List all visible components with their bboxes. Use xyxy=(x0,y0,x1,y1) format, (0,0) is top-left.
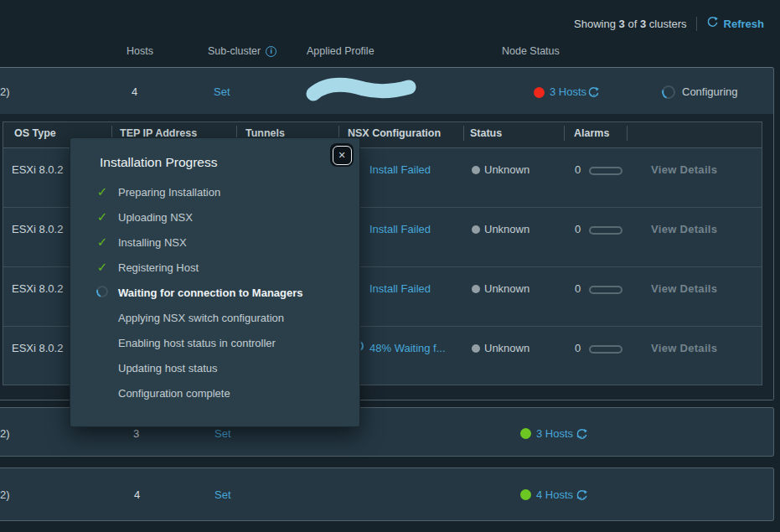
cluster-1-hosts-count: 4 xyxy=(132,85,137,98)
installation-progress-popup: ✕ Installation Progress ✓ Preparing Inst… xyxy=(70,137,360,427)
host-os-type: ESXi 8.0.2 xyxy=(12,342,63,354)
step-label: Configuration complete xyxy=(118,387,230,400)
cluster-3-name: 2) xyxy=(0,488,10,501)
step-spinner-icon xyxy=(96,286,109,300)
subcluster-label: Sub-cluster xyxy=(208,45,261,57)
node-status-red-dot xyxy=(534,87,545,98)
install-step-installing: ✓ Installing NSX xyxy=(96,232,187,252)
install-step-uploading: ✓ Uploading NSX xyxy=(96,207,193,227)
step-label: Preparing Installation xyxy=(118,186,220,199)
node-status-green-dot xyxy=(520,489,531,500)
step-label: Waiting for connection to Managers xyxy=(118,287,303,299)
popup-title: Installation Progress xyxy=(100,155,217,170)
view-details-link[interactable]: View Details xyxy=(651,163,717,176)
cluster-2-set-link[interactable]: Set xyxy=(214,427,231,440)
showing-prefix: Showing xyxy=(574,18,616,30)
install-step-preparing: ✓ Preparing Installation xyxy=(96,182,220,202)
check-icon: ✓ xyxy=(96,209,109,225)
col-separator xyxy=(627,126,628,141)
node-status-refresh-icon[interactable] xyxy=(576,489,588,504)
clusters-word: clusters xyxy=(649,18,687,30)
redacted-profile-scribble xyxy=(295,74,421,107)
th-os-type: OS Type xyxy=(14,127,56,139)
alarm-count: 0 xyxy=(575,282,581,295)
node-status-refresh-icon[interactable] xyxy=(587,86,600,101)
nsx-config-link[interactable]: Install Failed xyxy=(369,163,431,176)
view-details-link[interactable]: View Details xyxy=(651,223,717,235)
popup-close-button[interactable]: ✕ xyxy=(330,143,354,167)
view-details-link[interactable]: View Details xyxy=(651,282,717,295)
status-gray-dot xyxy=(472,344,480,353)
of-word: of xyxy=(628,18,637,30)
col-separator xyxy=(463,126,464,141)
host-os-type: ESXi 8.0.2 xyxy=(12,282,63,295)
total-count: 3 xyxy=(640,18,646,30)
cluster-row-3 xyxy=(0,467,774,521)
column-header-hosts: Hosts xyxy=(127,45,153,57)
cluster-1-set-link[interactable]: Set xyxy=(214,85,230,98)
toolbar-divider xyxy=(696,17,697,31)
alarm-trend-pill xyxy=(589,167,622,175)
check-icon: ✓ xyxy=(96,235,109,250)
host-status: Unknown xyxy=(484,223,529,235)
showing-clusters-text: Showing 3 of 3 clusters xyxy=(574,18,686,30)
status-gray-dot xyxy=(472,285,480,293)
column-header-subcluster: Sub-cluster i xyxy=(208,45,276,57)
install-step-updating-status: Updating host status xyxy=(96,358,218,378)
refresh-icon xyxy=(706,16,719,31)
cluster-2-name: 2) xyxy=(0,427,10,440)
host-os-type: ESXi 8.0.2 xyxy=(12,163,63,176)
step-label: Applying NSX switch configuration xyxy=(118,312,284,324)
cluster-3-hosts-count: 4 xyxy=(134,488,140,501)
step-label: Registering Host xyxy=(118,261,199,274)
toolbar: Showing 3 of 3 clusters Refresh xyxy=(574,16,764,31)
column-header-node-status: Node Status xyxy=(502,45,560,57)
refresh-button[interactable]: Refresh xyxy=(706,16,764,31)
host-status: Unknown xyxy=(484,342,529,354)
step-label: Updating host status xyxy=(118,362,218,374)
alarm-count: 0 xyxy=(575,223,581,235)
install-step-applying-switch: Applying NSX switch configuration xyxy=(96,307,284,328)
shown-count: 3 xyxy=(619,18,625,30)
check-icon: ✓ xyxy=(96,260,109,275)
nsx-host-preparation-screen: Showing 3 of 3 clusters Refresh Hosts Su… xyxy=(0,0,780,532)
th-nsx-configuration: NSX Configuration xyxy=(348,127,441,139)
status-gray-dot xyxy=(472,166,480,174)
install-step-waiting-managers: Waiting for connection to Managers xyxy=(96,282,303,302)
check-icon: ✓ xyxy=(96,184,109,199)
step-label: Enabling host status in controller xyxy=(118,337,276,349)
host-status: Unknown xyxy=(484,282,529,295)
th-alarms: Alarms xyxy=(574,127,609,139)
cluster-2-hosts-count: 3 xyxy=(133,427,139,440)
info-icon[interactable]: i xyxy=(266,46,276,57)
alarm-trend-pill xyxy=(589,226,622,235)
nsx-config-link[interactable]: 48% Waiting f... xyxy=(369,342,446,354)
status-gray-dot xyxy=(472,225,480,234)
install-step-enabling-status: Enabling host status in controller xyxy=(96,333,276,353)
alarm-trend-pill xyxy=(589,286,622,294)
alarm-count: 0 xyxy=(575,163,581,176)
nsx-config-link[interactable]: Install Failed xyxy=(369,282,431,295)
node-status-green-dot xyxy=(520,428,531,439)
node-status-refresh-icon[interactable] xyxy=(576,428,588,443)
alarm-trend-pill xyxy=(589,345,622,354)
nsx-config-link[interactable]: Install Failed xyxy=(369,223,431,235)
th-status: Status xyxy=(470,127,502,139)
column-header-applied-profile: Applied Profile xyxy=(307,45,375,57)
install-step-config-complete: Configuration complete xyxy=(96,383,230,403)
host-os-type: ESXi 8.0.2 xyxy=(12,223,63,235)
alarm-count: 0 xyxy=(575,342,581,354)
refresh-label: Refresh xyxy=(724,18,764,30)
view-details-link[interactable]: View Details xyxy=(651,342,717,354)
cluster-3-set-link[interactable]: Set xyxy=(214,488,231,501)
col-separator xyxy=(564,126,565,141)
install-step-registering: ✓ Registering Host xyxy=(96,257,199,277)
step-label: Uploading NSX xyxy=(118,211,193,224)
step-label: Installing NSX xyxy=(118,236,187,249)
cluster-1-name: 2) xyxy=(0,85,10,98)
cluster-1-state-label: Configuring xyxy=(682,85,738,98)
close-icon: ✕ xyxy=(333,146,352,165)
host-status: Unknown xyxy=(484,163,529,176)
